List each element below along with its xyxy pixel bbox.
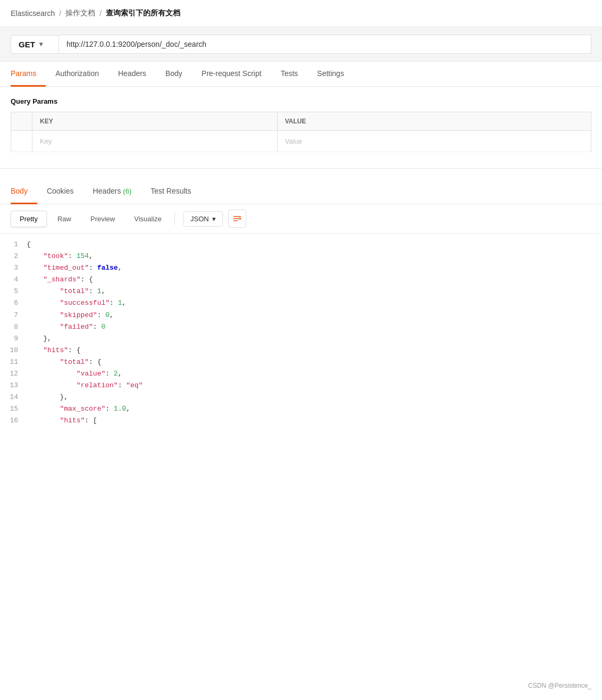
line-num-6: 6 bbox=[9, 297, 18, 309]
response-tab-headers[interactable]: Headers (6) bbox=[83, 179, 141, 204]
line-num-12: 12 bbox=[9, 368, 18, 380]
line-num-1: 1 bbox=[9, 239, 18, 251]
code-line-9: }, bbox=[27, 333, 602, 345]
tab-body[interactable]: Body bbox=[156, 62, 192, 87]
response-tab-cookies[interactable]: Cookies bbox=[37, 179, 83, 204]
json-format-selector[interactable]: JSON ▾ bbox=[183, 211, 223, 227]
params-table: KEY VALUE Key Value bbox=[11, 112, 591, 152]
code-line-2: "took": 154, bbox=[27, 251, 602, 262]
col-key-header: KEY bbox=[32, 112, 278, 131]
line-num-11: 11 bbox=[9, 356, 18, 368]
code-line-7: "skipped": 0, bbox=[27, 310, 602, 321]
wrap-button[interactable] bbox=[228, 210, 246, 228]
format-separator bbox=[174, 212, 175, 225]
breadcrumb: Elasticsearch / 操作文档 / 查询索引下的所有文档 bbox=[0, 0, 602, 27]
section-divider bbox=[0, 168, 602, 169]
line-num-16: 16 bbox=[9, 415, 18, 427]
line-num-8: 8 bbox=[9, 321, 18, 333]
line-num-9: 9 bbox=[9, 333, 18, 345]
response-tab-test-results[interactable]: Test Results bbox=[141, 179, 200, 204]
breadcrumb-elasticsearch[interactable]: Elasticsearch bbox=[11, 9, 55, 18]
method-label: GET bbox=[19, 40, 35, 49]
tab-tests[interactable]: Tests bbox=[271, 62, 308, 87]
code-line-13: "relation": "eq" bbox=[27, 380, 602, 391]
code-line-11: "total": { bbox=[27, 356, 602, 368]
method-chevron-icon: ▾ bbox=[39, 40, 43, 48]
json-chevron-icon: ▾ bbox=[212, 215, 216, 223]
line-num-10: 10 bbox=[9, 345, 18, 356]
code-line-10: "hits": { bbox=[27, 345, 602, 356]
query-params-title: Query Params bbox=[11, 97, 591, 105]
tab-settings[interactable]: Settings bbox=[307, 62, 354, 87]
format-preview-button[interactable]: Preview bbox=[82, 211, 123, 227]
code-line-6: "successful": 1, bbox=[27, 297, 602, 309]
line-num-3: 3 bbox=[9, 262, 18, 274]
wrap-icon bbox=[232, 214, 242, 223]
format-raw-button[interactable]: Raw bbox=[49, 211, 80, 227]
tab-prerequest[interactable]: Pre-request Script bbox=[192, 62, 271, 87]
col-checkbox bbox=[11, 112, 32, 131]
headers-badge: (6) bbox=[123, 187, 131, 195]
method-selector[interactable]: GET ▾ bbox=[11, 35, 58, 54]
key-placeholder: Key bbox=[40, 137, 52, 145]
code-line-15: "max_score": 1.0, bbox=[27, 403, 602, 415]
url-bar: GET ▾ bbox=[0, 27, 602, 62]
row-value-cell[interactable]: Value bbox=[277, 131, 591, 152]
line-num-2: 2 bbox=[9, 251, 18, 262]
breadcrumb-current: 查询索引下的所有文档 bbox=[106, 9, 180, 18]
tab-params[interactable]: Params bbox=[11, 62, 46, 87]
code-line-16: "hits": [ bbox=[27, 415, 602, 427]
line-num-7: 7 bbox=[9, 310, 18, 321]
format-pretty-button[interactable]: Pretty bbox=[11, 211, 47, 227]
code-content: { "took": 154, "timed_out": false, "_sha… bbox=[27, 239, 602, 427]
response-tabs: Body Cookies Headers (6) Test Results bbox=[0, 179, 602, 204]
breadcrumb-sep1: / bbox=[59, 9, 61, 18]
code-viewer: 1 2 3 4 5 6 7 8 9 10 11 12 13 14 15 16 {… bbox=[0, 234, 602, 432]
code-line-1: { bbox=[27, 239, 602, 251]
line-num-4: 4 bbox=[9, 274, 18, 286]
url-input[interactable] bbox=[58, 35, 591, 54]
col-value-header: VALUE bbox=[277, 112, 591, 131]
line-numbers: 1 2 3 4 5 6 7 8 9 10 11 12 13 14 15 16 bbox=[0, 239, 27, 427]
json-format-label: JSON bbox=[190, 215, 209, 223]
line-num-15: 15 bbox=[9, 403, 18, 415]
breadcrumb-operate[interactable]: 操作文档 bbox=[65, 9, 95, 18]
table-row: Key Value bbox=[11, 131, 591, 152]
headers-label: Headers bbox=[93, 187, 123, 195]
code-line-8: "failed": 0 bbox=[27, 321, 602, 333]
value-placeholder: Value bbox=[285, 137, 302, 145]
format-visualize-button[interactable]: Visualize bbox=[126, 211, 170, 227]
code-line-14: }, bbox=[27, 391, 602, 403]
tab-authorization[interactable]: Authorization bbox=[46, 62, 108, 87]
line-num-5: 5 bbox=[9, 286, 18, 297]
format-bar: Pretty Raw Preview Visualize JSON ▾ bbox=[0, 204, 602, 234]
request-tabs: Params Authorization Headers Body Pre-re… bbox=[0, 62, 602, 87]
line-num-13: 13 bbox=[9, 380, 18, 391]
tab-headers[interactable]: Headers bbox=[108, 62, 156, 87]
breadcrumb-sep2: / bbox=[99, 9, 102, 18]
line-num-14: 14 bbox=[9, 391, 18, 403]
row-key-cell[interactable]: Key bbox=[32, 131, 278, 152]
query-params-section: Query Params KEY VALUE Key Value bbox=[0, 87, 602, 157]
code-line-4: "_shards": { bbox=[27, 274, 602, 286]
code-line-3: "timed_out": false, bbox=[27, 262, 602, 274]
code-line-12: "value": 2, bbox=[27, 368, 602, 380]
response-tab-body[interactable]: Body bbox=[11, 179, 37, 204]
row-checkbox-cell bbox=[11, 131, 32, 152]
code-line-5: "total": 1, bbox=[27, 286, 602, 297]
